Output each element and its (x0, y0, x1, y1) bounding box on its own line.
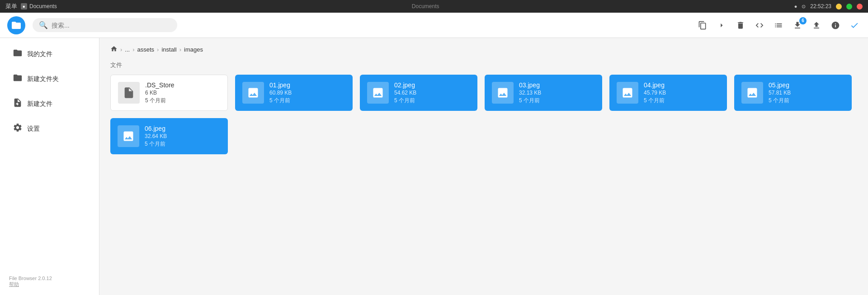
wifi-icon: ● (794, 4, 797, 9)
list-view-button[interactable] (772, 19, 785, 32)
sidebar-item-my-files-label: 我的文件 (27, 50, 52, 58)
breadcrumb: › ... › assets › install › images (110, 45, 857, 54)
breadcrumb-install[interactable]: install (161, 46, 176, 53)
move-button[interactable] (715, 19, 728, 32)
file-name-04: 04.jpeg (644, 81, 666, 89)
sidebar-footer: File Browser 2.0.12 帮助 (0, 268, 99, 295)
file-card-04[interactable]: 04.jpeg 45.79 KB 5 个月前 (609, 75, 727, 111)
file-info-ds-store: .DS_Store 6 KB 5 个月前 (145, 81, 175, 105)
sidebar-item-new-folder-label: 新建文件夹 (27, 75, 59, 83)
breadcrumb-sep-2: › (132, 46, 134, 53)
add-folder-icon (13, 73, 23, 85)
file-icon-06 (118, 125, 139, 147)
sidebar-item-new-file-label: 新建文件 (27, 100, 52, 108)
file-icon-03 (492, 82, 514, 104)
file-card-02[interactable]: 02.jpeg 54.62 KB 5 个月前 (360, 75, 477, 111)
main-content: › ... › assets › install › images 文件 (99, 38, 868, 295)
breadcrumb-assets[interactable]: assets (137, 46, 155, 53)
help-link[interactable]: 帮助 (9, 281, 90, 288)
file-card-05[interactable]: 05.jpeg 57.81 KB 5 个月前 (734, 75, 852, 111)
sidebar-item-settings-label: 设置 (27, 125, 40, 133)
file-date-01: 5 个月前 (269, 97, 292, 105)
breadcrumb-sep-3: › (157, 46, 159, 53)
file-date-04: 5 个月前 (644, 97, 666, 105)
doc-icon: ■ (21, 3, 27, 10)
sidebar-item-settings[interactable]: 设置 (4, 117, 95, 140)
titlebar-left: 菜单 ■ Documents (5, 2, 57, 10)
titlebar-doc: ■ Documents (21, 3, 57, 10)
file-info-03: 03.jpeg 32.13 KB 5 个月前 (519, 81, 541, 105)
breadcrumb-sep-4: › (179, 46, 181, 53)
file-size-02: 54.62 KB (394, 90, 416, 96)
code-button[interactable] (753, 19, 766, 32)
breadcrumb-images[interactable]: images (184, 46, 203, 53)
version-label: File Browser 2.0.12 (9, 276, 90, 281)
search-bar[interactable]: 🔍 (33, 18, 177, 32)
titlebar-window-title: Documents (412, 3, 439, 10)
toolbar: 🔍 6 (0, 13, 868, 38)
close-button[interactable] (857, 4, 863, 10)
app-container: 🔍 6 (0, 13, 868, 295)
file-icon-04 (617, 82, 638, 104)
sidebar-item-new-file[interactable]: 新建文件 (4, 92, 95, 115)
download-button[interactable]: 6 (791, 19, 804, 32)
file-grid: .DS_Store 6 KB 5 个月前 01.jpeg 60.89 KB 5 … (110, 75, 857, 154)
file-name-03: 03.jpeg (519, 81, 541, 89)
confirm-button[interactable] (848, 19, 861, 32)
file-date-05: 5 个月前 (769, 97, 791, 105)
sidebar-item-my-files[interactable]: 我的文件 (4, 43, 95, 66)
sidebar-item-new-folder[interactable]: 新建文件夹 (4, 67, 95, 90)
file-info-04: 04.jpeg 45.79 KB 5 个月前 (644, 81, 666, 105)
file-name-01: 01.jpeg (269, 81, 292, 89)
file-info-02: 02.jpeg 54.62 KB 5 个月前 (394, 81, 416, 105)
battery-icon: ⊙ (802, 4, 806, 10)
file-name-ds-store: .DS_Store (145, 81, 175, 89)
file-card-01[interactable]: 01.jpeg 60.89 KB 5 个月前 (235, 75, 353, 111)
search-icon: 🔍 (39, 21, 48, 29)
file-icon-02 (367, 82, 389, 104)
upload-button[interactable] (810, 19, 823, 32)
body-container: 我的文件 新建文件夹 新建文件 设置 File (0, 38, 868, 295)
maximize-button[interactable] (846, 4, 852, 10)
titlebar: 菜单 ■ Documents Documents ● ⊙ 22:52:23 (0, 0, 868, 13)
file-icon-ds-store (118, 82, 140, 104)
file-card-03[interactable]: 03.jpeg 32.13 KB 5 个月前 (485, 75, 602, 111)
download-badge: 6 (799, 17, 807, 24)
file-size-05: 57.81 KB (769, 90, 791, 96)
time-display: 22:52:23 (810, 3, 831, 10)
breadcrumb-sep-1: › (120, 46, 122, 53)
file-date-06: 5 个月前 (145, 140, 167, 148)
settings-icon (13, 123, 23, 135)
file-date-03: 5 个月前 (519, 97, 541, 105)
delete-button[interactable] (734, 19, 747, 32)
info-button[interactable] (829, 19, 842, 32)
file-size-01: 60.89 KB (269, 90, 292, 96)
file-name-02: 02.jpeg (394, 81, 416, 89)
file-info-06: 06.jpeg 32.64 KB 5 个月前 (145, 125, 167, 148)
file-card-06[interactable]: 06.jpeg 32.64 KB 5 个月前 (110, 118, 228, 154)
file-date-02: 5 个月前 (394, 97, 416, 105)
file-size-06: 32.64 KB (145, 133, 167, 139)
breadcrumb-home[interactable] (110, 45, 118, 54)
file-name-06: 06.jpeg (145, 125, 167, 132)
add-file-icon (13, 98, 23, 110)
file-info-05: 05.jpeg 57.81 KB 5 个月前 (769, 81, 791, 105)
file-size-03: 32.13 KB (519, 90, 541, 96)
titlebar-doc-title: Documents (29, 3, 57, 10)
search-input[interactable] (52, 22, 171, 29)
folder-icon (13, 48, 23, 60)
copy-button[interactable] (696, 19, 709, 32)
app-logo[interactable] (7, 16, 25, 34)
file-name-05: 05.jpeg (769, 81, 791, 89)
breadcrumb-ellipsis[interactable]: ... (125, 46, 130, 53)
menu-button[interactable]: 菜单 (5, 2, 17, 10)
titlebar-right: ● ⊙ 22:52:23 (794, 3, 863, 10)
file-size-ds-store: 6 KB (145, 90, 175, 96)
minimize-button[interactable] (836, 4, 842, 10)
file-icon-01 (242, 82, 264, 104)
file-icon-05 (741, 82, 763, 104)
file-size-04: 45.79 KB (644, 90, 666, 96)
file-info-01: 01.jpeg 60.89 KB 5 个月前 (269, 81, 292, 105)
file-date-ds-store: 5 个月前 (145, 97, 175, 105)
file-card-ds-store[interactable]: .DS_Store 6 KB 5 个月前 (110, 75, 228, 111)
